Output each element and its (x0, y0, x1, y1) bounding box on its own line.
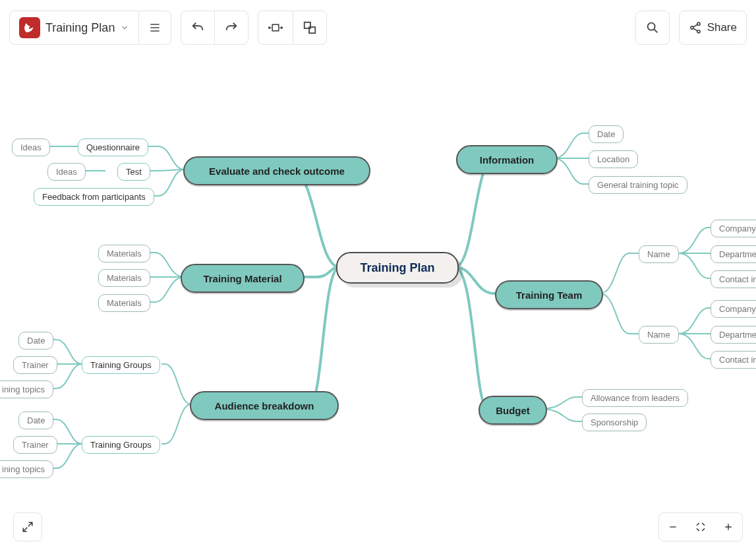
redo-button[interactable] (214, 11, 248, 44)
fullscreen-button[interactable] (13, 512, 42, 541)
hamburger-icon (148, 21, 161, 34)
leaf-material-0[interactable]: Materials (98, 245, 150, 262)
leaf-team-0-1[interactable]: Departmen (711, 245, 756, 263)
zoom-controls (658, 512, 743, 541)
leaf-audience-g0-1[interactable]: Trainer (13, 356, 57, 374)
svg-point-3 (647, 23, 654, 30)
leaf-audience-g0-2[interactable]: ining topics (0, 381, 53, 398)
app-logo-icon (19, 17, 40, 38)
expand-icon (22, 521, 34, 533)
leaf-audience-g1-1[interactable]: Trainer (13, 436, 57, 454)
share-icon (689, 21, 702, 34)
zoom-out-button[interactable] (659, 513, 687, 541)
leaf-evaluate-1[interactable]: Test (117, 163, 150, 181)
node-budget[interactable]: Budget (479, 396, 547, 425)
leaf-budget-0[interactable]: Allowance from leaders (582, 389, 688, 407)
search-button[interactable] (635, 11, 670, 45)
leaf-audience-g0-0[interactable]: Date (18, 332, 53, 350)
leaf-evaluate-2[interactable]: Feedback from participants (34, 188, 154, 206)
chevron-down-icon (120, 23, 129, 32)
share-button[interactable]: Share (679, 11, 747, 45)
leaf-audience-g1-0[interactable]: Date (18, 412, 53, 429)
mindmap-canvas[interactable]: Training Plan Evaluate and check outcome… (0, 46, 756, 552)
zoom-in-button[interactable] (714, 513, 742, 541)
doc-title-button[interactable]: Training Plan (10, 11, 138, 44)
search-icon (645, 20, 660, 35)
leaf-team-0-0[interactable]: Company (711, 220, 756, 237)
leaf-evaluate-1-sub[interactable]: Ideas (47, 163, 86, 181)
leaf-audience-g1[interactable]: Training Groups (82, 436, 160, 454)
fit-button[interactable] (258, 11, 293, 44)
undo-icon (190, 20, 205, 35)
node-material[interactable]: Training Material (181, 264, 305, 293)
leaf-evaluate-0[interactable]: Questionnaire (78, 138, 148, 156)
leaf-team-1-2[interactable]: Contact inf (711, 351, 756, 369)
right-toolbar: Share (635, 11, 747, 45)
leaf-team-1[interactable]: Name (639, 326, 679, 344)
layout-button[interactable] (293, 11, 326, 44)
node-evaluate[interactable]: Evaluate and check outcome (183, 156, 370, 185)
leaf-info-1[interactable]: Location (589, 150, 638, 168)
node-information[interactable]: Information (456, 145, 558, 174)
leaf-info-0[interactable]: Date (589, 125, 624, 143)
leaf-team-1-0[interactable]: Company (711, 300, 756, 318)
leaf-material-2[interactable]: Materials (98, 294, 150, 312)
node-team[interactable]: Training Team (495, 280, 603, 309)
leaf-budget-1[interactable]: Sponsorship (582, 414, 647, 431)
leaf-audience-g0[interactable]: Training Groups (82, 356, 160, 374)
fit-to-screen-button[interactable] (687, 513, 714, 541)
doc-group: Training Plan (9, 11, 171, 45)
svg-rect-0 (273, 24, 279, 31)
leaf-info-2[interactable]: General training topic (589, 176, 687, 194)
view-group (258, 11, 327, 45)
leaf-team-1-1[interactable]: Departmen (711, 326, 756, 344)
leaf-team-0-2[interactable]: Contact inf (711, 270, 756, 288)
fit-width-icon (268, 22, 283, 34)
redo-icon (224, 20, 239, 35)
layout-icon (303, 20, 317, 35)
leaf-audience-g1-2[interactable]: ining topics (0, 460, 53, 478)
node-center[interactable]: Training Plan (336, 252, 459, 284)
node-audience[interactable]: Audience breakdown (190, 391, 339, 420)
leaf-evaluate-0-sub[interactable]: Ideas (12, 138, 50, 156)
history-group (181, 11, 248, 45)
leaf-team-0[interactable]: Name (639, 245, 679, 263)
menu-button[interactable] (138, 11, 171, 44)
undo-button[interactable] (181, 11, 214, 44)
leaf-material-1[interactable]: Materials (98, 269, 150, 287)
share-label: Share (707, 21, 737, 34)
doc-title: Training Plan (45, 21, 115, 35)
